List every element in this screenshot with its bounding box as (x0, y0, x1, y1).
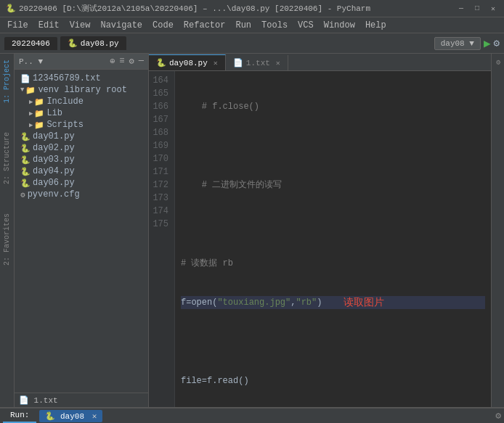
code-text: ) (317, 296, 322, 309)
menu-item-navigate[interactable]: Navigate (96, 19, 147, 32)
folder-name: Lib (46, 108, 62, 118)
file-tab[interactable]: 🐍 day08.py (60, 36, 126, 50)
code-line: file=f.read() (181, 374, 485, 387)
menu-item-vcs[interactable]: VCS (293, 19, 318, 32)
txt-tab-icon: 📄 (233, 58, 243, 67)
list-item[interactable]: 🐍 day03.py (15, 154, 148, 165)
panel-header: P.. ▼ ⊕ ≡ ⚙ — (15, 54, 148, 70)
menu-item-run[interactable]: Run (231, 19, 256, 32)
left-sidebar: 1: Project 2: Structure 2: Favorites (0, 54, 15, 407)
file-name: day02.py (33, 143, 75, 153)
file-name: day03.py (33, 155, 75, 165)
close-tab-icon[interactable]: ✕ (276, 59, 280, 67)
run-config-tab[interactable]: 🐍 day08 ✕ (39, 410, 102, 422)
code-line: # 读数据 rb (181, 257, 485, 270)
minimize-button[interactable]: — (456, 4, 466, 14)
list-item[interactable]: 🐍 day06.py (15, 177, 148, 189)
run-tab[interactable]: Run: (3, 408, 36, 423)
code-editor[interactable]: # f.close() # 二进制文件的读写 # 读数据 rb f=open("… (175, 71, 491, 407)
menu-item-window[interactable]: Window (320, 19, 359, 32)
cfg-file-icon: ⚙ (20, 190, 25, 200)
debug-button[interactable]: ⚙ (494, 37, 500, 49)
window-controls[interactable]: — □ ✕ (456, 4, 498, 14)
python-file-icon: 🐍 (20, 132, 31, 141)
favorites-panel-toggle[interactable]: 2: Favorites (1, 210, 12, 268)
code-line (181, 139, 485, 152)
close-run-tab-icon[interactable]: ✕ (92, 412, 97, 421)
run-button[interactable]: ▶ (484, 36, 491, 51)
close-tab-icon[interactable]: ✕ (214, 59, 218, 67)
menu-item-edit[interactable]: Edit (34, 19, 64, 32)
maximize-button[interactable]: □ (472, 4, 482, 14)
settings-run-icon[interactable]: ⚙ (495, 410, 501, 422)
code-text: # 读数据 rb (181, 257, 233, 270)
chevron-right-icon: ▶ (29, 110, 33, 118)
close-button[interactable]: ✕ (488, 4, 498, 14)
folder-name: Include (46, 96, 83, 107)
toolbar-right: day08 ▼ ▶ ⚙ (434, 36, 500, 51)
title-text: 🐍 20220406 [D:\测试2012a\2105a\20220406] –… (6, 3, 370, 14)
annotation-text: 读取图片 (344, 296, 384, 309)
folder-name: Scripts (46, 120, 83, 130)
file-tree: 📄 123456789.txt ▼ 📁 venv library root ▶ … (15, 70, 148, 393)
list-item[interactable]: 🐍 day01.py (15, 131, 148, 142)
file-name: 123456789.txt (33, 73, 101, 83)
bottom-file-name: 1.txt (34, 396, 58, 405)
sync-icon[interactable]: ⊕ (110, 56, 115, 67)
chevron-right-icon: ▶ (29, 98, 33, 106)
titlebar: 🐍 20220406 [D:\测试2012a\2105a\20220406] –… (0, 0, 504, 17)
menu-item-refactor[interactable]: Refactor (179, 19, 230, 32)
list-item[interactable]: ▼ 📁 venv library root (15, 84, 148, 96)
code-text: , (290, 296, 296, 309)
bottom-tabs: Run: 🐍 day08 ✕ ⚙ (0, 408, 504, 423)
menu-item-help[interactable]: Help (361, 19, 391, 32)
menu-item-tools[interactable]: Tools (257, 19, 292, 32)
file-name: pyvenv.cfg (28, 189, 80, 200)
folder-icon: 📁 (25, 86, 36, 95)
main-area: 1: Project 2: Structure 2: Favorites P..… (0, 54, 504, 407)
code-line: f=open("touxiang.jpg","rb") 读取图片 (181, 296, 485, 309)
branch-label: day08 (441, 39, 465, 48)
code-area: 164 165 166 167 168 169 170 171 172 173 … (149, 71, 491, 407)
list-item[interactable]: ▶ 📁 Lib (15, 107, 148, 119)
panel-header-icons[interactable]: ⊕ ≡ ⚙ — (110, 56, 144, 67)
file-name: day01.py (33, 131, 75, 141)
list-item[interactable]: ▶ 📁 Scripts (15, 119, 148, 131)
list-item[interactable]: 🐍 day04.py (15, 165, 148, 177)
window-title: 20220406 [D:\测试2012a\2105a\20220406] – .… (19, 3, 370, 14)
file-name: day06.py (33, 178, 75, 188)
menu-item-view[interactable]: View (65, 19, 95, 32)
bottom-file-label[interactable]: 📄 1.txt (15, 393, 148, 407)
settings-icon[interactable]: ≡ (119, 56, 124, 67)
python-file-icon: 🐍 (20, 155, 31, 165)
folder-icon: 📁 (34, 109, 44, 118)
file-name: day04.py (33, 166, 75, 176)
python-file-icon: 🐍 (20, 178, 31, 188)
line-numbers: 164 165 166 167 168 169 170 171 172 173 … (149, 71, 175, 407)
gear-icon[interactable]: ⚙ (129, 56, 134, 67)
tab-day08py[interactable]: 🐍 day08.py ✕ (149, 54, 226, 70)
file-icon: 🐍 (68, 38, 78, 48)
right-sidebar-icon[interactable]: ⚙ (492, 54, 503, 70)
bottom-panel: Run: 🐍 day08 ✕ ⚙ ▶ ↑ ↓ ↻ ⏹ ✕ 📌 D:\测试2012… (0, 407, 504, 423)
hide-panel-icon[interactable]: — (139, 56, 144, 67)
run-icon: 🐍 (45, 412, 55, 421)
project-panel: P.. ▼ ⊕ ≡ ⚙ — 📄 123456789.txt ▼ 📁 venv l… (15, 54, 149, 407)
list-item[interactable]: ⚙ pyvenv.cfg (15, 189, 148, 200)
list-item[interactable]: 📄 123456789.txt (15, 73, 148, 84)
code-line: # f.close() (181, 100, 485, 113)
code-text: # f.close() (181, 100, 259, 113)
tab-label: 1.txt (246, 59, 270, 67)
txt-file-icon: 📄 (20, 74, 31, 83)
branch-selector[interactable]: day08 ▼ (434, 37, 481, 50)
structure-panel-toggle[interactable]: 2: Structure (1, 129, 12, 187)
project-tab[interactable]: 20220406 (4, 37, 57, 50)
menu-item-file[interactable]: File (3, 19, 33, 32)
toolbar: 20220406 🐍 day08.py day08 ▼ ▶ ⚙ (0, 33, 504, 54)
folder-icon: 📁 (34, 97, 44, 107)
project-panel-toggle[interactable]: 1: Project (1, 57, 12, 106)
list-item[interactable]: ▶ 📁 Include (15, 96, 148, 107)
menu-item-code[interactable]: Code (148, 19, 178, 32)
list-item[interactable]: 🐍 day02.py (15, 142, 148, 154)
tab-1txt[interactable]: 📄 1.txt ✕ (226, 55, 288, 70)
